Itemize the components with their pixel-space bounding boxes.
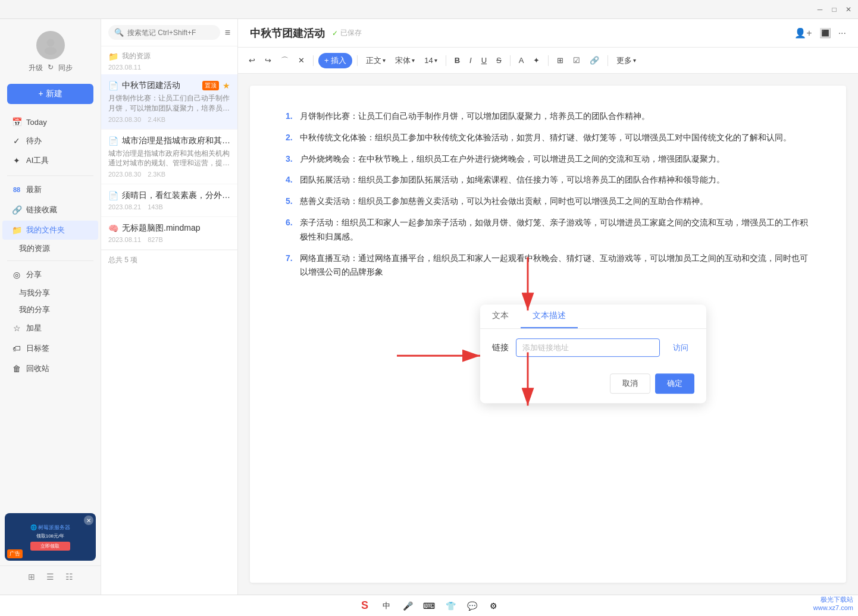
sidebar-item-share[interactable]: ◎ 分享 [2,265,98,284]
taskbar-icon-zh[interactable]: 中 [379,599,393,613]
undo-button[interactable]: ↩ [245,54,259,67]
dialog-link-input[interactable] [516,338,660,357]
confirm-button[interactable]: 确定 [655,373,694,394]
note-doc-icon-1: 📄 [108,81,118,90]
chevron-down-icon-3: ▾ [434,57,437,64]
dialog-tab-text[interactable]: 文本 [480,304,521,328]
star-icon: ☆ [12,323,21,333]
watermark: 极光下载站 www.xz7.com [813,595,853,611]
link-button[interactable]: 🔗 [586,54,603,67]
topbar-actions: 👤+ 🔳 ··· [794,27,846,39]
close-button[interactable]: ✕ [844,5,853,14]
strikethrough-button[interactable]: S [493,54,505,67]
sidebar-divider-2 [7,260,93,261]
taskbar-icon-bubble[interactable]: 💬 [465,599,479,613]
note-item-2-preview: 城市治理是指城市政府和其他相关机构通过对城市的规划、管理和运营，提高城市的生活质… [108,149,230,169]
color-button[interactable]: A [515,54,528,67]
more-topbar-icon[interactable]: ··· [838,28,846,39]
ad-close-button[interactable]: ✕ [84,516,93,525]
cancel-button[interactable]: 取消 [610,373,650,394]
compact-view-icon[interactable]: ☷ [64,571,76,583]
note-item-3-header: 📄 须晴日，看红装素裹，分外妖娆。 [108,190,230,201]
sidebar-sub-item-myshare[interactable]: 我的分享 [0,301,101,318]
share-topbar-icon[interactable]: 👤+ [794,27,812,39]
note-item-1-header: 📄 中秋节团建活动 置顶 ★ [108,80,230,91]
sidebar-item-myfiles-label: 我的文件夹 [26,225,65,235]
sidebar-sub-label-withme: 与我分享 [19,288,50,297]
doc-list-item-2: 2. 中秋传统文化体验：组织员工参加中秋传统文化体验活动，如赏月、猜灯谜、做灯笼… [286,131,810,145]
dialog-tab-description[interactable]: 文本描述 [521,304,578,328]
item-content-2: 中秋传统文化体验：组织员工参加中秋传统文化体验活动，如赏月、猜灯谜、做灯笼等，可… [300,131,810,145]
sidebar-sub-label-myshare: 我的分享 [19,305,50,314]
search-box[interactable]: 🔍 [108,25,220,40]
note-item-4-meta: 2023.08.11 827B [108,236,230,243]
list-view-icon[interactable]: ☰ [45,571,57,583]
grid-view-icon[interactable]: ⊞ [26,571,37,583]
format2-button[interactable]: ✕ [295,54,308,67]
note-item-2[interactable]: 📄 城市治理是指城市政府和其他相关机构通... 城市治理是指城市政府和其他相关机… [101,130,237,185]
taskbar-icon-keyboard[interactable]: ⌨ [422,599,436,613]
sidebar-item-recent-label: 最新 [26,184,42,195]
sync-button[interactable]: 同步 [58,63,73,73]
save-status: ✓ 已保存 [332,28,362,38]
sidebar-item-myfiles[interactable]: 📁 我的文件夹 [2,221,98,240]
maximize-button[interactable]: □ [829,5,839,14]
note-item-4[interactable]: 🧠 无标题脑图.mindmap 2023.08.11 827B [101,217,237,250]
insert-button[interactable]: + 插入 [318,53,352,68]
taskbar-icon-settings[interactable]: ⚙ [486,599,500,613]
sidebar-item-share-label: 分享 [26,269,42,280]
editor-topbar: 中秋节团建活动 ✓ 已保存 👤+ 🔳 ··· [238,19,858,48]
sidebar-item-star[interactable]: ☆ 加星 [2,319,98,338]
list-menu-button[interactable]: ≡ [225,27,230,38]
check-icon: ✓ [332,29,338,37]
italic-button[interactable]: I [466,54,475,67]
note-list-footer: 总共 5 项 [101,250,237,270]
search-input[interactable] [127,29,214,37]
new-button[interactable]: + 新建 [7,84,93,104]
bold-button[interactable]: B [451,54,464,67]
sidebar-item-today-label: Today [26,118,47,127]
sidebar-sub-item-withme[interactable]: 与我分享 [0,285,101,301]
toolbar: ↩ ↪ ⌒ ✕ + 插入 正文 ▾ 宋体 ▾ 14 ▾ B I U S [238,48,858,74]
table-button[interactable]: ⊞ [553,54,567,67]
taskbar-icon-mic[interactable]: 🎤 [400,599,415,613]
note-doc-icon-4: 🧠 [108,224,118,233]
avatar[interactable] [36,31,65,59]
note-item-3[interactable]: 📄 须晴日，看红装素裹，分外妖娆。 2023.08.21 143B [101,184,237,217]
underline-button[interactable]: U [478,54,490,67]
visit-button[interactable]: 访问 [667,339,694,357]
redo-button[interactable]: ↪ [261,54,275,67]
toolbar-sep-6 [608,55,608,66]
tags-icon: 🏷 [12,344,21,353]
taskbar-icon-s[interactable]: S [358,599,372,613]
highlight-button[interactable]: ✦ [530,54,543,67]
font-button[interactable]: 宋体 ▾ [392,53,418,68]
share-icon: ◎ [12,270,21,279]
sidebar-item-todo[interactable]: ✓ 待办 [2,131,98,150]
dialog-body: 链接 访问 [480,329,706,366]
note-item-1[interactable]: 📄 中秋节团建活动 置顶 ★ 月饼制作比赛：让员工们自己动手制作月饼，可以增加团… [101,74,237,130]
more-button[interactable]: 更多 ▾ [613,53,640,68]
size-button[interactable]: 14 ▾ [421,54,440,67]
item-num-4: 4. [286,173,295,187]
item-content-5: 慈善义卖活动：组织员工参加慈善义卖活动，可以为社会做出贡献，同时也可以增强员工之… [300,194,810,209]
sidebar-item-tags[interactable]: 🏷 日标签 [2,339,98,358]
taskbar-icon-shirt[interactable]: 👕 [443,599,458,613]
view-topbar-icon[interactable]: 🔳 [819,27,831,39]
sidebar-bottom-icons: ⊞ ☰ ☷ [0,565,101,587]
sidebar-item-ai[interactable]: ✦ AI工具 [2,151,98,170]
minimize-button[interactable]: ─ [815,5,825,14]
format1-button[interactable]: ⌒ [277,53,292,68]
sidebar-item-bookmarks[interactable]: 🔗 链接收藏 [2,200,98,219]
checkbox-button[interactable]: ☑ [569,54,584,67]
upgrade-button[interactable]: 升级 [29,63,43,73]
style-button[interactable]: 正文 ▾ [362,53,389,68]
note-item-3-meta: 2023.08.21 143B [108,203,230,210]
editor-content[interactable]: 1. 月饼制作比赛：让员工们自己动手制作月饼，可以增加团队凝聚力，培养员工的团队… [250,86,846,583]
sidebar-item-trash[interactable]: 🗑 回收站 [2,359,98,378]
sidebar-item-recent[interactable]: 88 最新 [2,180,98,199]
sidebar-item-today[interactable]: 📅 Today [2,113,98,131]
item-num-2: 2. [286,131,295,145]
sidebar-sub-item-myresources[interactable]: 我的资源 [0,240,101,257]
dialog-footer: 取消 确定 [480,366,706,403]
